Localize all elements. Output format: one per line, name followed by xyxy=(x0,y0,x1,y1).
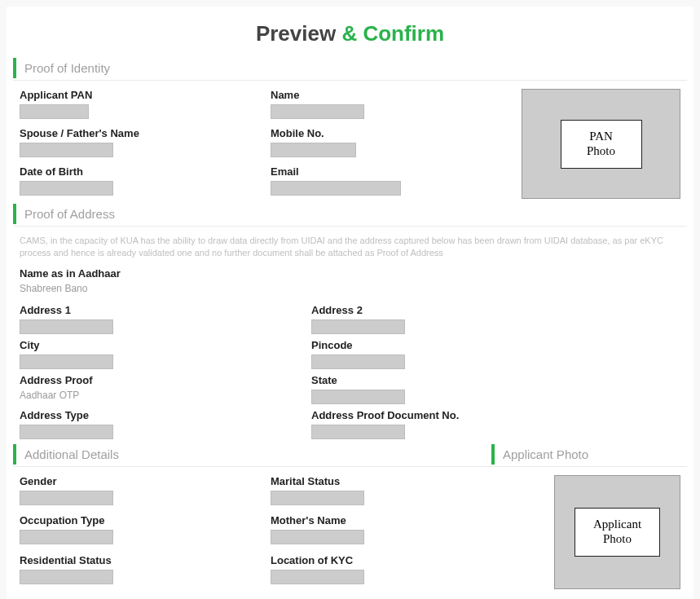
page-title: Preview & Confirm xyxy=(13,21,687,46)
field-name: Name xyxy=(271,89,515,119)
page-title-prefix: Preview xyxy=(256,21,342,46)
field-location-kyc: Location of KYC xyxy=(271,554,515,584)
value-pincode xyxy=(311,355,405,369)
label-applicant-pan: Applicant PAN xyxy=(20,89,264,101)
field-email: Email xyxy=(271,165,515,196)
value-dob xyxy=(20,181,113,196)
label-spouse: Spouse / Father's Name xyxy=(20,127,264,139)
value-applicant-pan xyxy=(20,104,89,119)
pan-photo-box: PAN Photo xyxy=(522,89,680,199)
value-marital xyxy=(271,491,364,505)
field-residential: Residential Status xyxy=(20,554,264,584)
address-note: CAMS, in the capacity of KUA has the abi… xyxy=(13,235,687,259)
value-mother xyxy=(271,530,364,544)
divider xyxy=(491,466,687,467)
value-gender xyxy=(20,491,113,505)
label-gender: Gender xyxy=(20,475,264,487)
field-address2: Address 2 xyxy=(311,304,597,334)
value-email xyxy=(271,181,401,196)
field-city: City xyxy=(20,339,305,369)
value-spouse xyxy=(20,143,113,157)
value-address2 xyxy=(311,319,405,334)
field-spouse: Spouse / Father's Name xyxy=(20,127,264,157)
value-residential xyxy=(20,570,113,584)
value-mobile xyxy=(271,143,356,157)
field-mother: Mother's Name xyxy=(271,514,515,544)
field-marital: Marital Status xyxy=(271,475,515,505)
label-occupation: Occupation Type xyxy=(20,514,264,526)
section-heading-additional: Additional Details xyxy=(13,444,491,465)
value-state xyxy=(311,390,405,404)
field-docno: Address Proof Document No. xyxy=(311,409,597,439)
page-title-accent: & Confirm xyxy=(341,21,444,46)
value-docno xyxy=(311,425,405,439)
section-heading-applicant-photo: Applicant Photo xyxy=(491,444,687,465)
value-occupation xyxy=(20,530,113,544)
label-marital: Marital Status xyxy=(271,475,515,487)
value-address1 xyxy=(20,319,113,334)
label-docno: Address Proof Document No. xyxy=(311,409,597,421)
field-address1: Address 1 xyxy=(20,304,305,334)
divider xyxy=(13,466,491,467)
address-grid: Name as in Aadhaar Shabreen Bano Address… xyxy=(13,267,687,439)
pan-photo-label: PAN Photo xyxy=(561,120,642,169)
field-mobile: Mobile No. xyxy=(271,127,515,157)
field-address-type: Address Type xyxy=(20,409,305,439)
label-mother: Mother's Name xyxy=(271,514,515,526)
value-aadhaar-name: Shabreen Bano xyxy=(20,283,597,294)
value-address-proof: Aadhaar OTP xyxy=(20,390,305,401)
label-dob: Date of Birth xyxy=(20,165,264,178)
applicant-photo-box: Applicant Photo xyxy=(554,475,680,589)
label-address1: Address 1 xyxy=(20,304,305,316)
applicant-photo-label: Applicant Photo xyxy=(575,508,660,557)
label-aadhaar-name: Name as in Aadhaar xyxy=(20,267,597,280)
divider xyxy=(13,80,687,81)
label-mobile: Mobile No. xyxy=(271,127,515,139)
field-gender: Gender xyxy=(20,475,264,505)
field-aadhaar-name: Name as in Aadhaar Shabreen Bano xyxy=(20,267,597,294)
field-pincode: Pincode xyxy=(311,339,597,369)
additional-grid: Gender Marital Status Applicant Photo Oc… xyxy=(13,475,687,589)
label-location-kyc: Location of KYC xyxy=(271,554,515,566)
label-state: State xyxy=(311,374,597,386)
field-applicant-pan: Applicant PAN xyxy=(20,89,264,119)
label-address-proof: Address Proof xyxy=(20,374,305,386)
divider xyxy=(13,226,687,227)
field-dob: Date of Birth xyxy=(20,165,264,196)
value-location-kyc xyxy=(271,570,364,584)
section-heading-identity: Proof of Identity xyxy=(13,58,687,78)
identity-grid: Applicant PAN Name PAN Photo Spouse / Fa… xyxy=(13,89,687,199)
field-address-proof: Address Proof Aadhaar OTP xyxy=(20,374,305,401)
label-address2: Address 2 xyxy=(311,304,597,316)
label-pincode: Pincode xyxy=(311,339,597,351)
field-occupation: Occupation Type xyxy=(20,514,264,544)
preview-confirm-page: Preview & Confirm Proof of Identity Appl… xyxy=(7,7,693,599)
label-name: Name xyxy=(271,89,515,101)
value-city xyxy=(20,355,113,369)
label-address-type: Address Type xyxy=(20,409,305,421)
value-name xyxy=(271,104,364,119)
value-address-type xyxy=(20,425,113,439)
label-email: Email xyxy=(271,165,515,178)
field-state: State xyxy=(311,374,597,404)
section-row-bottom: Additional Details Applicant Photo xyxy=(13,439,687,475)
label-city: City xyxy=(20,339,305,351)
label-residential: Residential Status xyxy=(20,554,264,566)
section-heading-address: Proof of Address xyxy=(13,204,687,224)
